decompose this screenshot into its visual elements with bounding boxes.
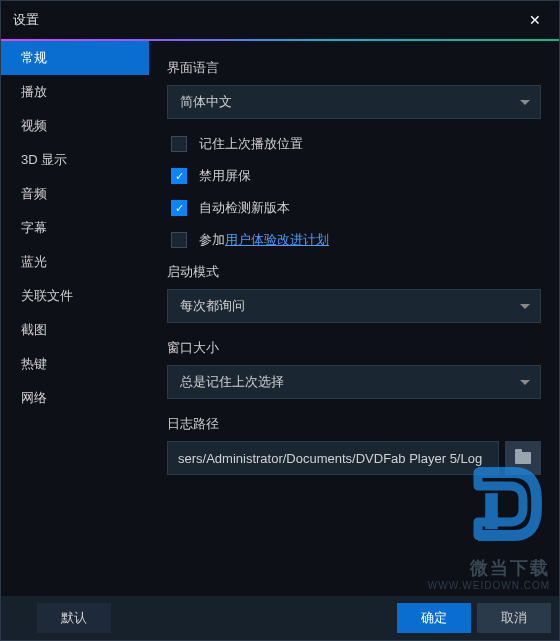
main-panel: 界面语言 简体中文 记住上次播放位置 禁用屏保 自动检测新版本 参加 用户体验改… (149, 41, 559, 596)
window-size-value: 总是记住上次选择 (180, 373, 284, 391)
sidebar-item-subtitle[interactable]: 字幕 (1, 211, 149, 245)
chevron-down-icon (520, 304, 530, 309)
sidebar-item-video[interactable]: 视频 (1, 109, 149, 143)
default-button[interactable]: 默认 (37, 603, 111, 633)
screensaver-label: 禁用屏保 (199, 167, 251, 185)
browse-button[interactable] (505, 441, 541, 475)
sidebar-item-associate[interactable]: 关联文件 (1, 279, 149, 313)
update-label: 自动检测新版本 (199, 199, 290, 217)
titlebar: 设置 ✕ (1, 1, 559, 39)
sidebar-item-bluray[interactable]: 蓝光 (1, 245, 149, 279)
window-title: 设置 (13, 11, 39, 29)
footer: 默认 确定 取消 (1, 596, 559, 640)
sidebar-item-network[interactable]: 网络 (1, 381, 149, 415)
cancel-button[interactable]: 取消 (477, 603, 551, 633)
launch-mode-value: 每次都询问 (180, 297, 245, 315)
sidebar-item-general[interactable]: 常规 (1, 41, 149, 75)
language-value: 简体中文 (180, 93, 232, 111)
sidebar-item-screenshot[interactable]: 截图 (1, 313, 149, 347)
folder-icon (515, 452, 531, 464)
sidebar-item-3d[interactable]: 3D 显示 (1, 143, 149, 177)
checkbox-screensaver[interactable] (171, 168, 187, 184)
checkbox-ux[interactable] (171, 232, 187, 248)
log-path-label: 日志路径 (167, 415, 541, 433)
ux-program-row[interactable]: 参加 用户体验改进计划 (167, 231, 541, 249)
language-select[interactable]: 简体中文 (167, 85, 541, 119)
log-path-input[interactable]: sers/Administrator/Documents/DVDFab Play… (167, 441, 499, 475)
window-size-label: 窗口大小 (167, 339, 541, 357)
ux-prefix: 参加 (199, 231, 225, 249)
checkbox-update[interactable] (171, 200, 187, 216)
launch-mode-select[interactable]: 每次都询问 (167, 289, 541, 323)
language-label: 界面语言 (167, 59, 541, 77)
checkbox-remember[interactable] (171, 136, 187, 152)
auto-update-row[interactable]: 自动检测新版本 (167, 199, 541, 217)
close-icon[interactable]: ✕ (523, 8, 547, 32)
remember-position-row[interactable]: 记住上次播放位置 (167, 135, 541, 153)
sidebar-item-playback[interactable]: 播放 (1, 75, 149, 109)
window-size-select[interactable]: 总是记住上次选择 (167, 365, 541, 399)
sidebar-item-audio[interactable]: 音频 (1, 177, 149, 211)
chevron-down-icon (520, 100, 530, 105)
sidebar: 常规 播放 视频 3D 显示 音频 字幕 蓝光 关联文件 截图 热键 网络 (1, 41, 149, 596)
launch-mode-label: 启动模式 (167, 263, 541, 281)
disable-screensaver-row[interactable]: 禁用屏保 (167, 167, 541, 185)
ux-link[interactable]: 用户体验改进计划 (225, 231, 329, 249)
remember-label: 记住上次播放位置 (199, 135, 303, 153)
log-path-value: sers/Administrator/Documents/DVDFab Play… (178, 451, 482, 466)
sidebar-item-hotkey[interactable]: 热键 (1, 347, 149, 381)
chevron-down-icon (520, 380, 530, 385)
ok-button[interactable]: 确定 (397, 603, 471, 633)
